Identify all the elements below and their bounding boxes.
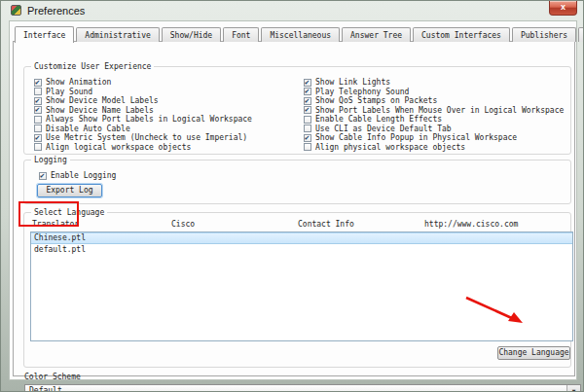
checkbox-label: Align logical workspace objects — [46, 143, 191, 152]
column-header-contact-info: Contact Info — [298, 220, 354, 229]
checkbox-row: Play Sound — [34, 88, 252, 97]
checkbox-label: Show QoS Stamps on Packets — [315, 96, 437, 105]
customize-right-column: Show Link LightsPlay Telephony SoundShow… — [304, 78, 564, 152]
checkbox[interactable] — [34, 79, 42, 87]
checkbox[interactable] — [34, 106, 42, 114]
customize-left-column: Show AnimationPlay SoundShow Device Mode… — [34, 78, 252, 152]
checkbox[interactable] — [34, 116, 42, 124]
checkbox[interactable] — [304, 88, 311, 95]
tab-miscellaneous[interactable]: Miscellaneous — [261, 27, 340, 42]
checkbox-label: Show Animation — [46, 78, 111, 87]
checkbox-label: Enable Cable Length Effects — [315, 115, 442, 124]
checkbox-row: Enable Logging — [39, 171, 116, 181]
language-list: Chinese.ptldefault.ptl — [30, 232, 573, 341]
checkbox[interactable] — [34, 143, 42, 151]
checkbox-row: Show Device Name Labels — [34, 106, 252, 116]
checkbox-row: Show Port Labels When Mouse Over in Logi… — [304, 106, 564, 116]
checkbox-label: Enable Logging — [51, 171, 116, 180]
tab-publishers[interactable]: Publishers — [512, 27, 576, 42]
checkbox[interactable] — [34, 97, 42, 105]
checkbox-row: Disable Auto Cable — [34, 125, 252, 134]
color-scheme-label: Color Scheme — [24, 373, 81, 381]
checkbox[interactable] — [34, 125, 42, 132]
select-language-group: Select Language Translator Cisco Contact… — [23, 212, 571, 368]
checkbox-row: Align physical workspace objects — [304, 143, 564, 153]
checkbox-label: Always Show Port Labels in Logical Works… — [46, 115, 252, 124]
checkbox-label: Show Cable Info Popup in Physical Worksp… — [315, 133, 517, 142]
list-item[interactable]: Chinese.ptl — [31, 232, 572, 244]
column-header-translator: Translator — [32, 220, 79, 229]
list-item[interactable]: default.ptl — [31, 244, 572, 255]
checkbox[interactable] — [304, 134, 311, 142]
checkbox[interactable] — [304, 143, 311, 151]
tab-custom-interfaces[interactable]: Custom Interfaces — [413, 27, 510, 42]
enable-logging-checkbox[interactable] — [39, 172, 47, 180]
close-icon[interactable]: x — [549, 1, 577, 16]
color-scheme-value: Default — [29, 386, 62, 392]
tab-interface[interactable]: Interface — [15, 26, 74, 43]
checkbox-label: Play Telephony Sound — [315, 88, 409, 96]
checkbox[interactable] — [34, 88, 42, 95]
checkbox[interactable] — [304, 79, 311, 87]
checkbox-row: Show Animation — [34, 78, 252, 88]
column-header-cisco: Cisco — [171, 220, 195, 229]
checkbox-row: Show QoS Stamps on Packets — [304, 96, 564, 106]
checkbox-label: Show Device Model Labels — [46, 96, 159, 105]
checkbox-label: Disable Auto Cable — [46, 125, 130, 133]
checkbox-row: Use CLI as Device Default Tab — [304, 125, 564, 134]
tab-image-cleanup[interactable]: Image Cleanup — [578, 27, 584, 42]
checkbox[interactable] — [304, 116, 311, 124]
checkbox[interactable] — [304, 125, 311, 132]
checkbox[interactable] — [34, 134, 42, 142]
interface-tab-panel: Customize User Experience Show Animation… — [13, 41, 575, 376]
logging-group: Logging Enable Logging Export Log — [23, 160, 571, 204]
export-log-button[interactable]: Export Log — [37, 184, 102, 197]
checkbox-row: Use Metric System (Uncheck to use Imperi… — [34, 133, 252, 143]
tab-font[interactable]: Font — [223, 27, 259, 42]
tab-show-hide[interactable]: Show/Hide — [162, 27, 221, 42]
checkbox-label: Show Port Labels When Mouse Over in Logi… — [315, 106, 564, 115]
checkbox-label: Use Metric System (Uncheck to use Imperi… — [46, 133, 247, 142]
checkbox-row: Play Telephony Sound — [304, 88, 564, 97]
checkbox-label: Show Device Name Labels — [46, 106, 154, 115]
group-title: Select Language — [31, 208, 107, 217]
dialog-client-area: InterfaceAdministrativeShow/HideFontMisc… — [9, 20, 577, 380]
checkbox-label: Show Link Lights — [315, 78, 390, 87]
window-title: Preferences — [27, 5, 85, 17]
group-title: Customize User Experience — [31, 62, 154, 71]
chevron-down-icon: ▼ — [566, 385, 580, 392]
checkbox-row: Align logical workspace objects — [34, 143, 252, 153]
checkbox[interactable] — [304, 97, 311, 105]
column-header-url: http://www.cisco.com — [424, 220, 518, 229]
customize-user-experience-group: Customize User Experience Show Animation… — [23, 66, 571, 155]
checkbox[interactable] — [304, 106, 311, 114]
checkbox-row: Show Device Model Labels — [34, 96, 252, 106]
color-scheme-dropdown[interactable]: Default ▼ — [24, 384, 581, 392]
checkbox-row: Always Show Port Labels in Logical Works… — [34, 115, 252, 125]
checkbox-row: Show Cable Info Popup in Physical Worksp… — [304, 133, 564, 143]
checkbox-label: Play Sound — [46, 88, 92, 96]
preferences-window: { "window": { "title": "Preferences", "c… — [0, 0, 584, 392]
app-icon — [11, 5, 21, 16]
tab-administrative[interactable]: Administrative — [76, 27, 159, 42]
checkbox-label: Align physical workspace objects — [315, 143, 465, 152]
checkbox-row: Show Link Lights — [304, 78, 564, 88]
tab-answer-tree[interactable]: Answer Tree — [342, 27, 411, 42]
title-bar: Preferences x — [1, 1, 583, 20]
checkbox-label: Use CLI as Device Default Tab — [315, 125, 452, 133]
change-language-button[interactable]: Change Language — [497, 346, 570, 360]
group-title: Logging — [31, 156, 70, 164]
tab-bar: InterfaceAdministrativeShow/HideFontMisc… — [15, 26, 584, 42]
checkbox-row: Enable Cable Length Effects — [304, 115, 564, 125]
